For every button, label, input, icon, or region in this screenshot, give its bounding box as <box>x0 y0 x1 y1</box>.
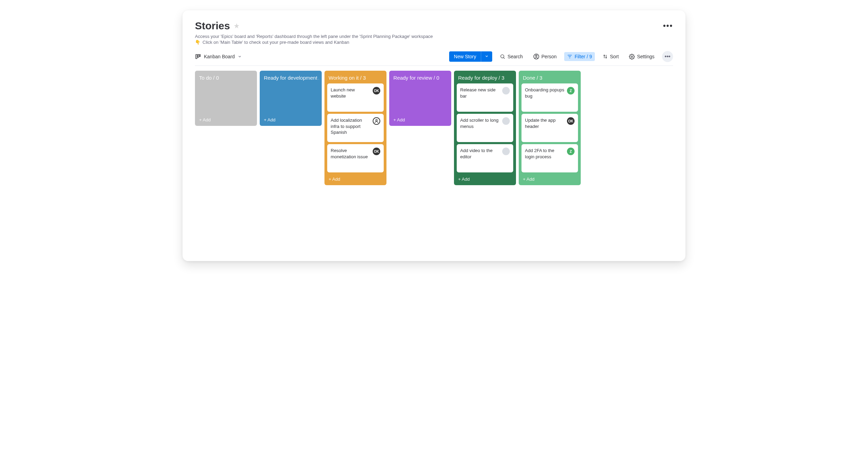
add-card-button[interactable]: + Add <box>457 174 513 182</box>
toolbar-more-button[interactable]: ••• <box>662 51 673 62</box>
more-icon: ••• <box>665 53 671 60</box>
avatar[interactable] <box>373 117 380 125</box>
chevron-down-icon <box>238 54 242 59</box>
svg-point-11 <box>376 119 378 121</box>
view-switch[interactable]: Kanban Board <box>195 53 242 60</box>
board-header: Stories ★ ••• <box>195 20 673 32</box>
column-header: To do / 0 <box>198 73 254 81</box>
card-title: Launch new website <box>331 87 373 99</box>
add-card-button[interactable]: + Add <box>262 115 319 122</box>
card-title: Add localization infra to support Spanis… <box>331 117 373 136</box>
gear-icon <box>629 54 635 60</box>
add-card-button[interactable]: + Add <box>521 174 578 182</box>
add-card-button[interactable]: + Add <box>198 115 254 122</box>
avatar[interactable]: OK <box>373 148 380 155</box>
card-title: Add 2FA to the login process <box>525 148 567 160</box>
header-more-icon[interactable]: ••• <box>663 21 673 30</box>
avatar[interactable]: Z <box>567 87 575 94</box>
column-header: Ready for review / 0 <box>392 73 448 81</box>
kanban-card[interactable]: Add localization infra to support Spanis… <box>327 114 384 142</box>
avatar[interactable] <box>502 117 510 125</box>
kanban-card[interactable]: Update the app headerOK <box>521 114 578 142</box>
toolbar: Kanban Board New Story Search Person Fil… <box>195 51 673 66</box>
card-title: Add scroller to long menus <box>460 117 502 129</box>
column-header: Ready for development / 0 <box>262 73 319 81</box>
avatar[interactable] <box>502 148 510 155</box>
avatar[interactable] <box>502 87 510 94</box>
star-icon[interactable]: ★ <box>234 22 240 30</box>
card-title: Update the app header <box>525 117 567 129</box>
avatar[interactable]: OK <box>373 87 380 94</box>
new-story-dropdown[interactable] <box>481 51 492 62</box>
new-story-button[interactable]: New Story <box>449 51 481 62</box>
kanban-board: To do / 0+ AddReady for development / 0+… <box>195 71 673 185</box>
filter-icon <box>567 54 572 59</box>
svg-point-3 <box>501 55 504 58</box>
avatar[interactable]: Z <box>567 148 575 155</box>
add-card-button[interactable]: + Add <box>327 174 384 182</box>
column-ready-dev: Ready for development / 0+ Add <box>260 71 322 126</box>
board-subtitle-2-text: Click on 'Main Table' to check out your … <box>203 40 349 45</box>
sort-label: Sort <box>610 54 619 59</box>
person-icon <box>533 53 539 60</box>
kanban-card[interactable]: Onboarding popups bugZ <box>521 83 578 112</box>
svg-point-10 <box>631 56 633 57</box>
avatar[interactable]: OK <box>567 117 575 125</box>
column-ready-review: Ready for review / 0+ Add <box>389 71 451 126</box>
sort-tool[interactable]: Sort <box>600 52 622 61</box>
kanban-card[interactable]: Launch new websiteOK <box>327 83 384 112</box>
column-ready-deploy: Ready for deploy / 3Release new side bar… <box>454 71 516 185</box>
person-label: Person <box>541 54 557 59</box>
column-header: Done / 3 <box>521 73 578 81</box>
svg-rect-0 <box>196 54 197 59</box>
search-tool[interactable]: Search <box>497 52 525 61</box>
app-card: Stories ★ ••• Access your 'Epics' board … <box>183 10 685 261</box>
kanban-card[interactable]: Resolve monetization issueOK <box>327 144 384 172</box>
column-header: Ready for deploy / 3 <box>457 73 513 81</box>
kanban-card[interactable]: Add video to the editor <box>457 144 513 172</box>
search-icon <box>500 54 505 59</box>
kanban-icon <box>195 53 201 60</box>
svg-point-6 <box>536 55 537 57</box>
search-label: Search <box>507 54 523 59</box>
view-switch-label: Kanban Board <box>204 54 235 59</box>
column-todo: To do / 0+ Add <box>195 71 257 126</box>
card-title: Add video to the editor <box>460 148 502 160</box>
column-working: Working on it / 3Launch new websiteOKAdd… <box>324 71 386 185</box>
column-header: Working on it / 3 <box>327 73 384 81</box>
card-title: Onboarding popups bug <box>525 87 567 99</box>
add-card-button[interactable]: + Add <box>392 115 448 122</box>
settings-tool[interactable]: Settings <box>626 52 657 61</box>
svg-line-4 <box>504 58 505 59</box>
kanban-card[interactable]: Release new side bar <box>457 83 513 112</box>
filter-label: Filter / 9 <box>575 54 592 59</box>
filter-tool[interactable]: Filter / 9 <box>564 52 595 61</box>
column-done: Done / 3Onboarding popups bugZUpdate the… <box>519 71 581 185</box>
kanban-card[interactable]: Add 2FA to the login processZ <box>521 144 578 172</box>
chevron-down-icon <box>485 54 489 58</box>
board-subtitle-2: 👇 Click on 'Main Table' to check out you… <box>195 40 673 45</box>
board-title: Stories <box>195 20 230 32</box>
kanban-card[interactable]: Add scroller to long menus <box>457 114 513 142</box>
card-title: Resolve monetization issue <box>331 148 373 160</box>
new-story-button-group: New Story <box>449 51 493 62</box>
sort-icon <box>602 54 608 59</box>
point-down-icon: 👇 <box>195 40 200 45</box>
person-tool[interactable]: Person <box>530 52 559 61</box>
card-title: Release new side bar <box>460 87 502 99</box>
board-subtitle-1: Access your 'Epics' board and 'Reports' … <box>195 34 673 39</box>
svg-rect-2 <box>199 54 200 57</box>
settings-label: Settings <box>637 54 654 59</box>
svg-rect-1 <box>198 54 199 57</box>
